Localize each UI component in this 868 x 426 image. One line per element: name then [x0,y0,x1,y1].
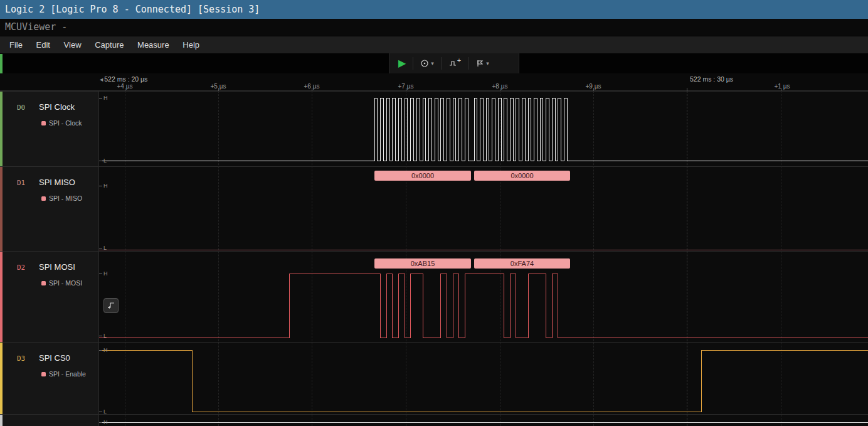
toolbar-divider [413,57,413,70]
digital-waveform [99,415,868,426]
collapse-left-icon: ◂ [100,75,103,83]
background-window-title: MCUViewer - [5,21,67,33]
start-capture-button[interactable]: ▶ [393,55,411,72]
channel-name: SPI MOSI [39,262,75,272]
app-window: Logic 2 [Logic Pro 8 - Connected] [Sessi… [0,0,868,426]
waveform-lane-d4[interactable]: H [98,415,868,426]
low-level-marker: L [103,333,107,339]
channel-color-strip [0,167,3,251]
channel-label-d4[interactable] [3,415,98,426]
window-title: Logic 2 [Logic Pro 8 - Connected] [Sessi… [5,4,260,15]
high-level-marker: H [103,419,108,425]
capture-settings-button[interactable]: ▾ [415,55,439,72]
ruler-tick [125,88,125,91]
channel-row-d3: D3 SPI CS0 SPI - Enable H L [0,342,868,414]
channel-row-d0: D0 SPI Clock SPI - Clock H L [0,91,868,166]
channel-label-d0[interactable]: D0 SPI Clock SPI - Clock [3,92,98,166]
spi-decoded-value[interactable]: 0x0000 [374,171,471,181]
channel-row-d4: H [0,414,868,426]
analyzer-color-bullet [41,196,46,201]
waveform-lane-d1[interactable]: 0x0000 0x0000 H L [98,167,868,251]
analyzer-label[interactable]: SPI - Enable [41,370,86,378]
menu-capture[interactable]: Capture [89,36,129,53]
annotations-button[interactable]: ▾ [470,55,494,72]
channel-color-strip [0,415,3,426]
toolbar: ▶ ▾ + [0,53,868,73]
low-level-marker: L [103,245,107,251]
high-level-marker: H [103,347,108,353]
channel-id: D2 [17,264,25,272]
plus-icon: + [457,56,461,64]
capture-mode-icon [420,59,429,68]
menu-measure[interactable]: Measure [132,36,175,53]
ruler-tick [500,88,500,91]
menu-edit[interactable]: Edit [31,36,56,53]
waveform-lane-d0[interactable]: H L [98,92,868,166]
analyzer-color-bullet [41,281,46,285]
chevron-down-icon: ▾ [486,60,489,67]
channel-id: D0 [17,104,25,112]
play-icon: ▶ [398,58,406,68]
analyzer-name: SPI - Enable [49,370,86,378]
time-ruler[interactable]: ◂522 ms : 20 µs 522 ms : 30 µs +4 µs+5 µ… [0,73,868,91]
low-level-marker: L [103,408,107,415]
channel-row-d2: D2 SPI MOSI SPI - MOSI 0xAB15 0xFA74 H L [0,251,868,342]
high-level-marker: H [103,270,108,277]
ruler-tick [781,88,781,91]
annotation-flag-icon [475,59,484,68]
digital-waveform-clock [99,92,868,167]
ruler-tick [406,88,406,91]
channel-label-d3[interactable]: D3 SPI CS0 SPI - Enable [3,343,98,414]
digital-waveform-cs [99,343,868,415]
toolbar-divider [441,57,442,70]
spi-decoded-value[interactable]: 0xAB15 [374,258,471,269]
menu-file[interactable]: File [4,36,28,53]
analyzer-name: SPI - Clock [49,119,82,127]
waveform-lane-d2[interactable]: 0xAB15 0xFA74 H L [98,252,868,342]
add-measurement-icon [448,59,457,68]
channel-name: SPI Clock [39,102,75,112]
analyzer-label[interactable]: SPI - MOSI [41,279,82,287]
channel-row-d1: D1 SPI MISO SPI - MISO 0x0000 0x0000 H L [0,166,868,251]
channel-id: D1 [17,179,25,187]
background-window-titlebar[interactable]: MCUViewer - [0,19,868,36]
edge-pulse-icon [107,301,115,310]
menu-help[interactable]: Help [177,36,205,53]
ruler-tick [312,88,312,91]
device-status-strip [0,54,3,73]
channel-color-strip [0,252,3,342]
analyzer-label[interactable]: SPI - Clock [41,119,82,127]
add-measurement-button[interactable]: + [443,55,466,72]
menu-bar: File Edit View Capture Measure Help [0,36,868,53]
ruler-tick [593,88,594,91]
menu-view[interactable]: View [58,36,87,53]
channel-label-d1[interactable]: D1 SPI MISO SPI - MISO [3,167,98,251]
high-level-marker: H [103,95,108,101]
channel-name: SPI CS0 [39,353,70,363]
toolbar-divider [468,57,468,70]
channel-id: D3 [17,354,25,363]
analyzer-name: SPI - MISO [49,194,82,202]
ruler-tick [218,88,219,91]
ruler-major-label: 522 ms : 30 µs [690,75,733,83]
window-start-label: ◂522 ms : 20 µs [100,75,147,83]
channel-label-d2[interactable]: D2 SPI MOSI SPI - MOSI [3,252,98,342]
analyzer-color-bullet [41,121,46,125]
capture-controls: ▶ ▾ + [389,53,519,73]
analyzer-name: SPI - MOSI [49,279,82,287]
spi-decoded-value[interactable]: 0xFA74 [474,258,570,269]
channel-color-strip [0,92,3,166]
ruler-tick [687,88,687,91]
chevron-down-icon: ▾ [431,60,434,67]
jump-to-edge-button[interactable] [103,298,119,313]
waveform-lane-d3[interactable]: H L [98,343,868,414]
ruler-tick-label: +1 µs [775,83,790,90]
analyzer-label[interactable]: SPI - MISO [41,194,82,202]
spi-decoded-value[interactable]: 0x0000 [474,171,570,181]
channel-name: SPI MISO [39,178,75,187]
channel-color-strip [0,343,3,414]
high-level-marker: H [103,183,108,189]
analyzer-color-bullet [41,372,46,376]
os-titlebar[interactable]: Logic 2 [Logic Pro 8 - Connected] [Sessi… [0,0,868,19]
low-level-marker: L [103,157,107,164]
